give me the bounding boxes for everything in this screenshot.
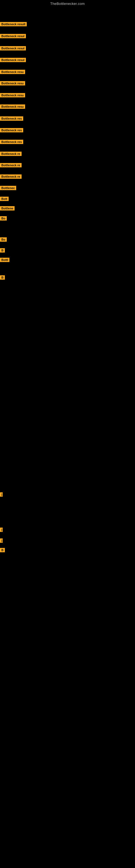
bottleneck-result-label: | xyxy=(0,538,3,543)
bottleneck-result-label: | xyxy=(0,528,3,532)
bottleneck-result-label: Bottleneck resu xyxy=(0,93,25,97)
bottleneck-result-label: Bottleneck re xyxy=(0,175,21,179)
bottleneck-result-label: Bott xyxy=(0,197,9,201)
bottleneck-result-label: B xyxy=(0,548,5,552)
bottleneck-result-label: Bottleneck result xyxy=(0,22,27,26)
bottleneck-result-label: Bottleneck res xyxy=(0,128,23,132)
bottleneck-result-label: Bottleneck resul xyxy=(0,46,26,51)
bottleneck-result-label: Bottleneck res xyxy=(0,140,23,144)
bottleneck-result-label: B xyxy=(0,248,5,252)
bottleneck-result-label: Bottlenec xyxy=(0,186,16,190)
bottleneck-result-label: Bottleneck resul xyxy=(0,34,26,38)
bottleneck-result-label: Bottleneck resu xyxy=(0,81,25,86)
bottleneck-result-label: Bo xyxy=(0,237,7,242)
bottleneck-result-label: Bottleneck res xyxy=(0,116,23,121)
bottleneck-result-label: | xyxy=(0,492,3,497)
bottleneck-result-label: Bottleneck resu xyxy=(0,70,25,74)
bottleneck-result-label: Bottleneck resul xyxy=(0,58,26,62)
bottleneck-result-label: Bottleneck re xyxy=(0,152,21,156)
bottleneck-result-label: Bottleneck re xyxy=(0,163,21,167)
site-title: TheBottlenecker.com xyxy=(0,0,135,7)
bottleneck-result-label: Bottl xyxy=(0,258,9,262)
bottleneck-result-label: Bottlene xyxy=(0,206,14,211)
bottleneck-result-label: Bottleneck resu xyxy=(0,104,25,109)
bottleneck-result-label: B xyxy=(0,275,5,280)
bottleneck-result-label: Bo xyxy=(0,216,7,220)
